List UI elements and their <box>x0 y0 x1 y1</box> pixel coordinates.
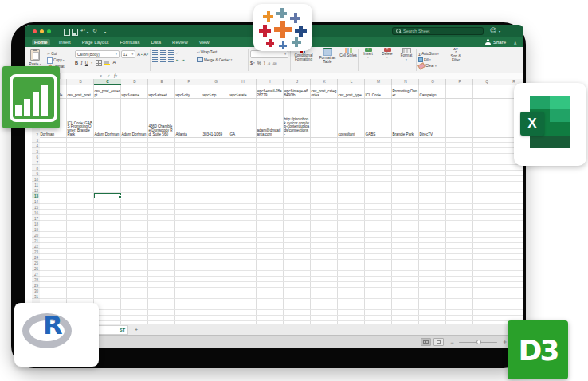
row-header-4[interactable]: 4 <box>32 143 39 148</box>
cell-B2[interactable]: ICL Code: GABS Promoting Owner: Brandie … <box>67 98 93 137</box>
borders-icon[interactable] <box>96 60 102 66</box>
close-window-button[interactable] <box>33 29 37 33</box>
column-header-N[interactable]: N <box>392 79 419 85</box>
font-color-button[interactable]: A <box>113 61 116 65</box>
cell-F2[interactable]: Atlanta <box>175 98 202 137</box>
column-header-P[interactable]: P <box>446 79 473 85</box>
cell-N1[interactable]: Promoting Owner <box>392 85 418 98</box>
clear-button[interactable]: Clear ▾ <box>418 64 444 69</box>
tab-data[interactable]: Data <box>148 39 163 45</box>
row-header-30[interactable]: 30 <box>32 288 39 293</box>
tab-review[interactable]: Review <box>170 39 190 45</box>
underline-button[interactable]: U <box>85 61 88 65</box>
align-middle-icon[interactable] <box>160 50 166 55</box>
insert-cells-button[interactable]: + Insert ▾ <box>359 47 378 73</box>
row-header-12[interactable]: 12 <box>32 187 39 193</box>
formula-fx-icon[interactable]: fx <box>114 73 117 78</box>
new-document-icon[interactable] <box>64 29 70 36</box>
row-header-9[interactable]: 9 <box>32 171 39 176</box>
row-header-10[interactable]: 10 <box>32 176 39 182</box>
row-header-27[interactable]: 27 <box>32 271 39 277</box>
column-header-J[interactable]: J <box>284 79 311 85</box>
percent-button[interactable]: % <box>257 61 261 65</box>
font-name-select[interactable]: Calibri (Body) ▾ <box>75 50 120 58</box>
fill-color-button[interactable] <box>104 61 110 65</box>
column-header-E[interactable]: E <box>148 79 175 85</box>
cell-F1[interactable]: wpcf-city <box>175 85 202 98</box>
autosum-button[interactable]: Σ AutoSum ▾ <box>418 52 444 57</box>
increase-indent-icon[interactable]: ⇥ <box>182 58 185 62</box>
cell-J2[interactable]: http://photobook.cydcor.com/wp-content/u… <box>284 98 310 137</box>
row-header-26[interactable]: 26 <box>32 265 39 271</box>
zoom-out-button[interactable]: − <box>450 340 454 345</box>
column-header-M[interactable]: M <box>365 79 392 85</box>
undo-icon[interactable]: ↶ <box>80 28 85 34</box>
row-header-3[interactable]: 3 <box>32 137 39 143</box>
row-header-28[interactable]: 28 <box>32 277 39 282</box>
save-icon[interactable] <box>72 29 78 36</box>
cell-M1[interactable]: ICL Code <box>365 85 391 98</box>
align-bottom-icon[interactable] <box>168 50 174 55</box>
row-header-15[interactable]: 15 <box>32 204 39 210</box>
cell-B1[interactable]: csv_post_post <box>67 85 93 98</box>
row-header-25[interactable]: 25 <box>32 260 39 265</box>
row-header-8[interactable]: 8 <box>32 165 39 171</box>
selected-cell[interactable] <box>94 193 121 198</box>
formula-enter-icon[interactable]: ✓ <box>107 73 111 78</box>
fill-button[interactable]: Fill ▾ <box>418 57 444 62</box>
format-as-table-button[interactable]: Format as Table <box>316 47 339 73</box>
row-header-17[interactable]: 17 <box>32 215 39 221</box>
column-header-I[interactable]: I <box>257 79 284 85</box>
cell-O1[interactable]: Campaign <box>419 85 445 98</box>
feedback-smiley-icon[interactable]: ☺ <box>490 27 496 35</box>
italic-button[interactable]: I <box>80 61 82 65</box>
cell-I2[interactable]: adam@dmcatlanta.com <box>257 98 283 137</box>
cell-D2[interactable]: Adam Dorfman <box>121 98 147 137</box>
cell-J1[interactable]: wpcf-image-a68490fb <box>284 85 310 98</box>
collapse-ribbon-icon[interactable]: ∧ <box>514 40 517 45</box>
row-header-31[interactable]: 31 <box>32 293 39 299</box>
grow-font-button[interactable]: A▴ <box>137 52 142 57</box>
cell-O2[interactable]: DirecTV <box>419 98 445 137</box>
align-top-icon[interactable] <box>152 50 158 55</box>
row-header-24[interactable]: 24 <box>32 254 39 260</box>
cell-H1[interactable]: wpcf-state <box>229 85 256 98</box>
number-format-select[interactable]: ▾ <box>250 50 288 58</box>
shrink-font-button[interactable]: A▾ <box>143 53 148 57</box>
wrap-text-button[interactable]: ↩ Wrap Text <box>197 50 246 54</box>
row-header-13[interactable]: 13 <box>32 193 39 198</box>
cell-D1[interactable]: wpcf-name <box>121 85 147 98</box>
undo-caret-icon[interactable]: ▾ <box>87 30 88 34</box>
cell-M2[interactable]: GABS <box>365 98 391 137</box>
cut-button[interactable]: ✂ Cut <box>47 51 71 56</box>
row-header-11[interactable]: 11 <box>32 182 39 187</box>
cell-C2[interactable]: Adam Dorfman <box>94 98 120 137</box>
row-header-6[interactable]: 6 <box>32 154 39 159</box>
row-header-16[interactable]: 16 <box>32 210 39 215</box>
cell-L1[interactable]: csv_post_type <box>338 85 364 98</box>
currency-button[interactable]: $▾ <box>250 61 255 65</box>
cell-styles-button[interactable]: Cell Styles <box>339 47 358 73</box>
column-header-O[interactable]: O <box>419 79 446 85</box>
normal-view-button[interactable] <box>421 338 431 346</box>
cell-H2[interactable]: GA <box>229 98 256 137</box>
align-center-icon[interactable] <box>160 57 166 62</box>
ribbon-options-caret-icon[interactable]: ▾ <box>104 30 106 34</box>
row-header-14[interactable]: 14 <box>32 198 39 204</box>
font-size-select[interactable]: 12 ▾ <box>121 50 135 58</box>
column-header-B[interactable]: B <box>67 79 94 85</box>
format-cells-button[interactable]: Format ▾ <box>397 47 416 73</box>
zoom-slider[interactable] <box>459 342 497 344</box>
redo-icon[interactable]: ↻ <box>92 28 97 34</box>
orientation-icon[interactable]: ⟋ <box>176 51 178 55</box>
row-header-23[interactable]: 23 <box>32 249 39 254</box>
row-header-21[interactable]: 21 <box>32 238 39 243</box>
column-header-C[interactable]: C <box>94 79 121 85</box>
sort-filter-button[interactable]: A▼ Z Sort & Filter <box>445 47 466 73</box>
copy-button[interactable]: Copy ▾ <box>47 57 71 64</box>
tab-home[interactable]: Home <box>32 39 50 45</box>
tab-insert[interactable]: Insert <box>57 39 73 45</box>
add-sheet-button[interactable]: + <box>131 325 141 335</box>
zoom-window-button[interactable] <box>47 29 51 33</box>
column-header-H[interactable]: H <box>229 79 257 85</box>
